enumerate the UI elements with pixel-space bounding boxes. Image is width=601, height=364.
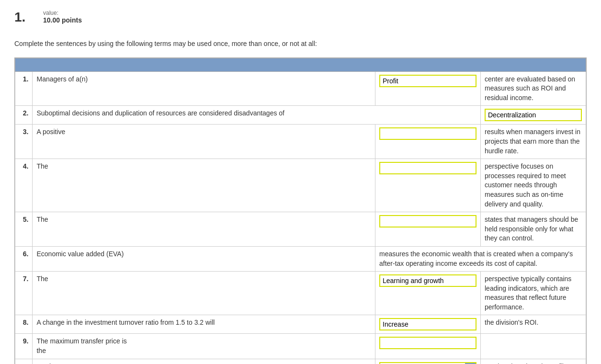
row-num-4: 4.: [15, 159, 33, 212]
main-table: 1. Managers of a(n) center are evaluated…: [15, 58, 586, 364]
header-cell: [15, 58, 586, 71]
instructions: Complete the sentences by using the foll…: [14, 39, 587, 49]
result-cell-6: measures the economic wealth that is cre…: [375, 246, 586, 271]
row-label-6: Economic value added (EVA): [33, 246, 375, 271]
result-cell-7: perspective typically contains leading i…: [481, 272, 586, 315]
fill-cell-1[interactable]: [375, 71, 481, 106]
table-wrapper: 1. Managers of a(n) center are evaluated…: [14, 57, 587, 364]
table-row: 7. The perspective typically contains le…: [15, 272, 586, 315]
fill-cell-10[interactable]: Goal congruence Suboptimization Decentra…: [375, 359, 481, 364]
fill-input-5[interactable]: [379, 215, 476, 228]
value-label: value:: [43, 10, 82, 16]
row-num-10: 10.: [15, 359, 33, 364]
fill-input-3[interactable]: [379, 127, 476, 140]
result-cell-3: results when managers invest in projects…: [481, 125, 586, 159]
fill-cell-4[interactable]: [375, 159, 481, 212]
question-meta: value: 10.00 points: [43, 10, 82, 24]
dropdown-wrap-10[interactable]: Goal congruence Suboptimization Decentra…: [379, 362, 476, 364]
result-cell-10: results when there is conflict between a…: [481, 359, 586, 364]
row-num-6: 6.: [15, 246, 33, 271]
row-label-10: Goal: [33, 359, 375, 364]
table-row: 5. The states that managers should be he…: [15, 212, 586, 247]
row-label-3: A positive: [33, 125, 375, 159]
question-number: 1.: [14, 10, 43, 25]
table-row: 8. A change in the investment turnover r…: [15, 315, 586, 334]
table-row: 3. A positive results when managers inve…: [15, 125, 586, 159]
question-header: 1. value: 10.00 points: [14, 10, 587, 25]
row-num-5: 5.: [15, 212, 33, 247]
table-row: 6. Economic value added (EVA) measures t…: [15, 246, 586, 271]
table-row: 4. The perspective focuses on processes …: [15, 159, 586, 212]
row-label-7: The: [33, 272, 375, 315]
row-num-2: 2.: [15, 106, 33, 125]
result-cell-5: states that managers should be held resp…: [481, 212, 586, 247]
table-row: 10. Goal Goal congruence Suboptimization…: [15, 359, 586, 364]
fill-cell-5[interactable]: [375, 212, 481, 247]
fill-cell-7[interactable]: [375, 272, 481, 315]
row-num-8: 8.: [15, 315, 33, 334]
fill-input-7[interactable]: [379, 274, 476, 287]
result-cell-8: the division's ROI.: [481, 315, 586, 334]
row-label-1: Managers of a(n): [33, 71, 375, 106]
row-label-8: A change in the investment turnover rati…: [33, 315, 375, 334]
result-cell-9: [481, 334, 586, 359]
header-row: [15, 58, 586, 71]
fill-cell-9[interactable]: [375, 334, 481, 359]
fill-input-4[interactable]: [379, 162, 476, 174]
table-row: 9. The maximum transfer price isthe: [15, 334, 586, 359]
result-cell-1: center are evaluated based on measures s…: [481, 71, 586, 106]
row-label-9: The maximum transfer price isthe: [33, 334, 375, 359]
fill-cell-2[interactable]: [481, 106, 586, 125]
fill-input-8[interactable]: [379, 318, 476, 330]
row-label-5: The: [33, 212, 375, 247]
fill-input-1[interactable]: [379, 75, 476, 87]
points-value: 10.00 points: [43, 16, 82, 24]
fill-input-9[interactable]: [379, 337, 476, 349]
fill-cell-8[interactable]: [375, 315, 481, 334]
table-row: 2. Suboptimal decisions and duplication …: [15, 106, 586, 125]
row-label-2: Suboptimal decisions and duplication of …: [33, 106, 481, 125]
table-row: 1. Managers of a(n) center are evaluated…: [15, 71, 586, 106]
row-num-3: 3.: [15, 125, 33, 159]
row-num-7: 7.: [15, 272, 33, 315]
fill-input-2[interactable]: [485, 109, 582, 121]
row-num-9: 9.: [15, 334, 33, 359]
fill-cell-3[interactable]: [375, 125, 481, 159]
result-cell-4: perspective focuses on processes require…: [481, 159, 586, 212]
row-label-4: The: [33, 159, 375, 212]
row-num-1: 1.: [15, 71, 33, 106]
